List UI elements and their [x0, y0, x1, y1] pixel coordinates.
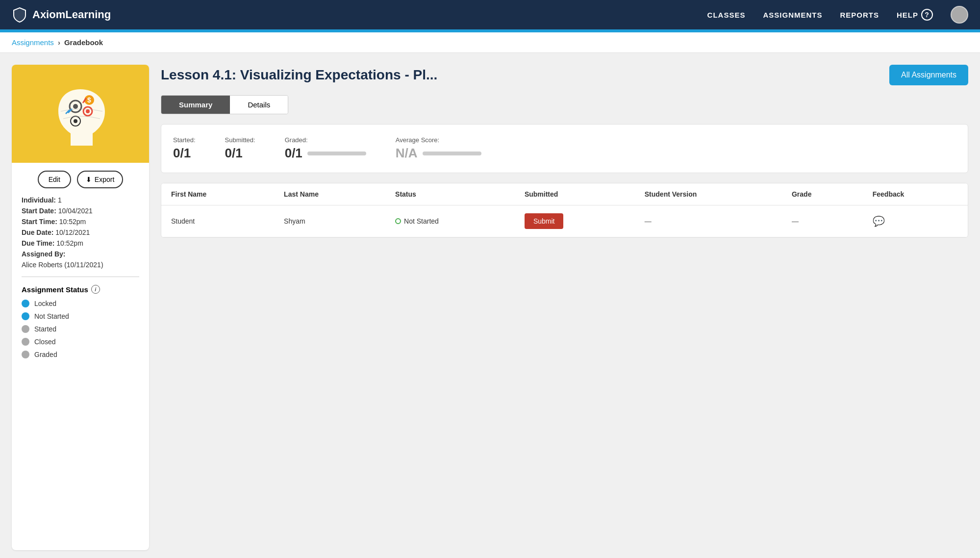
navbar: AxiomLearning CLASSES ASSIGNMENTS REPORT…: [0, 0, 980, 29]
data-table: First Name Last Name Status Submitted St…: [161, 183, 968, 238]
breadcrumb-parent[interactable]: Assignments: [12, 38, 54, 47]
cell-status: Not Started: [385, 205, 515, 237]
logo-text: AxiomLearning: [32, 8, 111, 21]
status-graded: Graded: [22, 351, 139, 358]
cell-last-name: Shyam: [274, 205, 385, 237]
stat-graded-value: 0/1: [285, 146, 302, 161]
submit-button[interactable]: Submit: [525, 213, 564, 229]
summary-card: Started: 0/1 Submitted: 0/1 Graded: 0/1 …: [161, 124, 968, 173]
col-feedback: Feedback: [863, 183, 968, 205]
breadcrumb: Assignments › Gradebook: [0, 32, 980, 53]
stat-avg-value: N/A: [396, 146, 418, 161]
status-list: Locked Not Started Started Closed Graded: [12, 300, 149, 358]
status-badge: Not Started: [395, 217, 505, 225]
stat-graded-label: Graded:: [285, 136, 366, 144]
status-closed-label: Closed: [34, 338, 56, 346]
svg-point-2: [73, 104, 78, 109]
status-started-label: Started: [34, 325, 56, 333]
nav-links: CLASSES ASSIGNMENTS REPORTS HELP ?: [707, 6, 968, 24]
col-student-version: Student Version: [635, 183, 782, 205]
start-date-row: Start Date: 10/04/2021: [22, 207, 139, 215]
stat-started: Started: 0/1: [173, 136, 196, 161]
tabs: Summary Details: [161, 95, 288, 114]
nav-reports[interactable]: REPORTS: [840, 11, 879, 19]
content-area: Lesson 4.1: Visualizing Expectations - P…: [161, 65, 968, 550]
graded-bar: [307, 152, 366, 155]
table-row: Student Shyam Not Started Submit: [161, 205, 968, 237]
col-status: Status: [385, 183, 515, 205]
student-version-dash: —: [645, 217, 652, 225]
nav-assignments[interactable]: ASSIGNMENTS: [763, 11, 822, 19]
status-text: Not Started: [404, 217, 439, 225]
stat-avg-score: Average Score: N/A: [396, 136, 481, 161]
sidebar-divider: [22, 277, 139, 277]
info-icon[interactable]: i: [91, 285, 100, 294]
feedback-icon[interactable]: 💬: [873, 216, 885, 227]
sidebar-actions: Edit ⬇ Export: [12, 163, 149, 196]
lesson-image: $: [36, 70, 125, 158]
dot-started: [22, 325, 29, 333]
dot-not-started: [22, 312, 29, 320]
nav-classes[interactable]: CLASSES: [707, 11, 746, 19]
cell-student-version: —: [635, 205, 782, 237]
avg-bar: [423, 152, 481, 155]
col-last-name: Last Name: [274, 183, 385, 205]
col-grade: Grade: [782, 183, 863, 205]
due-time-row: Due Time: 10:52pm: [22, 239, 139, 247]
stat-graded: Graded: 0/1: [285, 136, 366, 161]
logo: AxiomLearning: [12, 7, 111, 23]
status-not-started-label: Not Started: [34, 312, 69, 320]
col-submitted: Submitted: [515, 183, 635, 205]
status-locked: Locked: [22, 300, 139, 307]
tab-summary[interactable]: Summary: [161, 96, 230, 114]
edit-button[interactable]: Edit: [38, 171, 71, 188]
stat-started-value: 0/1: [173, 146, 196, 161]
status-graded-label: Graded: [34, 351, 57, 358]
status-not-started-dot: [395, 218, 401, 224]
breadcrumb-separator: ›: [58, 38, 60, 47]
status-started: Started: [22, 325, 139, 333]
all-assignments-button[interactable]: All Assignments: [889, 65, 968, 85]
dot-locked: [22, 300, 29, 307]
sidebar: $ Edit ⬇ Export Individual: 1 Start Date…: [12, 65, 149, 550]
status-locked-label: Locked: [34, 300, 56, 307]
stat-submitted-value: 0/1: [225, 146, 255, 161]
status-closed: Closed: [22, 338, 139, 346]
cell-first-name: Student: [161, 205, 274, 237]
due-date-row: Due Date: 10/12/2021: [22, 228, 139, 236]
assigned-by-value-row: Alice Roberts (10/11/2021): [22, 261, 139, 269]
help-icon: ?: [921, 9, 933, 21]
graded-progress: 0/1: [285, 146, 366, 161]
avatar[interactable]: [951, 6, 968, 24]
cell-feedback: 💬: [863, 205, 968, 237]
tab-details[interactable]: Details: [230, 96, 288, 114]
cell-grade: —: [782, 205, 863, 237]
grade-dash: —: [792, 217, 799, 225]
individual-row: Individual: 1: [22, 196, 139, 204]
svg-point-4: [86, 109, 90, 113]
assignment-status-title: Assignment Status i: [12, 285, 149, 294]
nav-help[interactable]: HELP ?: [897, 9, 933, 21]
dot-closed: [22, 338, 29, 346]
dot-graded: [22, 351, 29, 358]
shield-icon: [12, 7, 27, 23]
svg-text:$: $: [87, 96, 91, 104]
avg-progress: N/A: [396, 146, 481, 161]
stat-avg-label: Average Score:: [396, 136, 481, 144]
stat-submitted: Submitted: 0/1: [225, 136, 255, 161]
breadcrumb-current: Gradebook: [64, 38, 103, 47]
stat-submitted-label: Submitted:: [225, 136, 255, 144]
cell-submitted: Submit: [515, 205, 635, 237]
export-button[interactable]: ⬇ Export: [77, 171, 123, 188]
lesson-title: Lesson 4.1: Visualizing Expectations - P…: [161, 67, 437, 83]
sidebar-image: $: [12, 65, 149, 163]
sidebar-info: Individual: 1 Start Date: 10/04/2021 Sta…: [12, 196, 149, 269]
table-header-row: First Name Last Name Status Submitted St…: [161, 183, 968, 205]
col-first-name: First Name: [161, 183, 274, 205]
assigned-by-label-row: Assigned By:: [22, 250, 139, 258]
status-not-started: Not Started: [22, 312, 139, 320]
download-icon: ⬇: [86, 176, 92, 183]
stat-started-label: Started:: [173, 136, 196, 144]
start-time-row: Start Time: 10:52pm: [22, 218, 139, 226]
main-container: $ Edit ⬇ Export Individual: 1 Start Date…: [0, 53, 980, 558]
